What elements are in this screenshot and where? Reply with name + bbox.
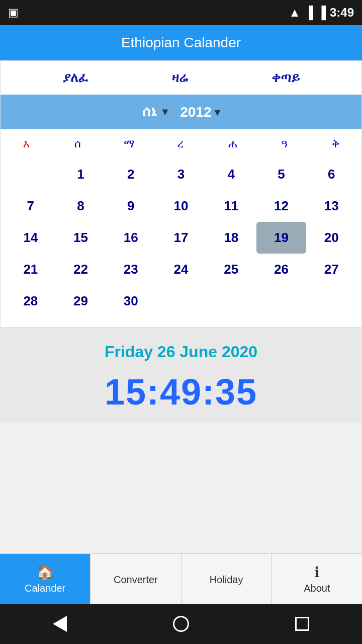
cal-day-23[interactable]: 23 bbox=[106, 254, 156, 285]
tab-holiday-label: Holiday bbox=[210, 574, 243, 586]
calendar-grid: 1234567891011121314151617181920212223242… bbox=[1, 158, 361, 327]
nav-row: ያለፈ ዛሬ ቀጣይ bbox=[1, 61, 361, 95]
year-dropdown-arrow: ▾ bbox=[215, 106, 220, 118]
cal-day-16[interactable]: 16 bbox=[106, 222, 156, 254]
month-year-row: ሰኔ ▼ 2012 ▾ bbox=[1, 95, 361, 129]
cal-day-17[interactable]: 17 bbox=[156, 222, 206, 254]
tab-calander[interactable]: 🏠 Calander bbox=[0, 554, 90, 604]
tab-about-label: About bbox=[304, 583, 330, 594]
tab-converter-label: Converter bbox=[114, 574, 158, 586]
cal-day-15[interactable]: 15 bbox=[56, 222, 106, 254]
day-header-3: ረ bbox=[155, 133, 207, 154]
recents-button[interactable] bbox=[295, 617, 309, 631]
cal-day-10[interactable]: 10 bbox=[156, 190, 206, 222]
month-selector[interactable]: ሰኔ ▼ bbox=[142, 104, 170, 120]
day-header-6: ቅ bbox=[310, 133, 361, 154]
cal-empty-cell bbox=[156, 285, 206, 317]
sd-card-icon: ▣ bbox=[8, 6, 19, 19]
day-header-5: ዓ bbox=[258, 133, 310, 154]
tab-converter[interactable]: Converter bbox=[90, 554, 180, 604]
info-icon: ℹ bbox=[314, 564, 320, 581]
cal-day-5[interactable]: 5 bbox=[256, 158, 307, 190]
cal-day-28[interactable]: 28 bbox=[6, 285, 56, 317]
month-dropdown-arrow: ▼ bbox=[160, 106, 170, 118]
cal-day-19[interactable]: 19 bbox=[256, 222, 307, 254]
app-header: Ethiopian Calander bbox=[0, 25, 362, 60]
info-section: Friday 26 June 2020 15:49:35 bbox=[0, 328, 362, 423]
status-bar: ▣ ▲ ▐ ▐ 3:49 bbox=[0, 0, 362, 25]
prev-nav[interactable]: ያለፈ bbox=[62, 70, 88, 86]
year-label: 2012 bbox=[180, 104, 211, 120]
cal-day-8[interactable]: 8 bbox=[56, 190, 106, 222]
cal-day-1[interactable]: 1 bbox=[56, 158, 106, 190]
month-label: ሰኔ bbox=[142, 104, 157, 120]
battery-icon: ▐ bbox=[317, 6, 326, 20]
cal-empty-cell bbox=[206, 285, 256, 317]
signal-icon: ▐ bbox=[305, 6, 313, 20]
cal-day-9[interactable]: 9 bbox=[106, 190, 156, 222]
back-button[interactable] bbox=[53, 616, 67, 632]
cal-day-29[interactable]: 29 bbox=[56, 285, 106, 317]
cal-day-22[interactable]: 22 bbox=[56, 254, 106, 285]
cal-day-30[interactable]: 30 bbox=[106, 285, 156, 317]
day-header-1: ሰ bbox=[52, 133, 104, 154]
cal-day-25[interactable]: 25 bbox=[206, 254, 256, 285]
home-icon: 🏠 bbox=[36, 564, 54, 581]
wifi-icon: ▲ bbox=[289, 6, 301, 20]
cal-day-3[interactable]: 3 bbox=[156, 158, 206, 190]
cal-day-27[interactable]: 27 bbox=[306, 254, 356, 285]
status-right-icons: ▲ ▐ ▐ 3:49 bbox=[289, 6, 354, 20]
day-header-0: እ bbox=[1, 133, 52, 154]
tab-about[interactable]: ℹ About bbox=[272, 554, 362, 604]
day-header-4: ሐ bbox=[207, 133, 258, 154]
days-header: እ ሰ ማ ረ ሐ ዓ ቅ bbox=[1, 129, 361, 158]
cal-day-12[interactable]: 12 bbox=[256, 190, 307, 222]
tab-calander-label: Calander bbox=[25, 583, 65, 594]
cal-empty-cell bbox=[306, 285, 356, 317]
cal-day-13[interactable]: 13 bbox=[306, 190, 356, 222]
home-button[interactable] bbox=[173, 616, 189, 632]
gregorian-date: Friday 26 June 2020 bbox=[10, 343, 352, 361]
cal-day-7[interactable]: 7 bbox=[6, 190, 56, 222]
status-time: 3:49 bbox=[330, 6, 354, 20]
cal-day-2[interactable]: 2 bbox=[106, 158, 156, 190]
day-header-2: ማ bbox=[104, 133, 155, 154]
calendar-container: ያለፈ ዛሬ ቀጣይ ሰኔ ▼ 2012 ▾ እ ሰ ማ ረ ሐ ዓ ቅ 123… bbox=[0, 60, 362, 328]
time-display: 15:49:35 bbox=[10, 371, 352, 413]
cal-empty-cell bbox=[256, 285, 307, 317]
cal-day-6[interactable]: 6 bbox=[306, 158, 356, 190]
cal-day-20[interactable]: 20 bbox=[306, 222, 356, 254]
today-nav[interactable]: ዛሬ bbox=[172, 70, 188, 86]
android-nav bbox=[0, 604, 362, 644]
app-title: Ethiopian Calander bbox=[121, 35, 241, 51]
cal-day-4[interactable]: 4 bbox=[206, 158, 256, 190]
cal-day-24[interactable]: 24 bbox=[156, 254, 206, 285]
status-left-icons: ▣ bbox=[8, 6, 19, 19]
bottom-nav: 🏠 Calander Converter Holiday ℹ About bbox=[0, 553, 362, 604]
year-selector[interactable]: 2012 ▾ bbox=[180, 104, 219, 120]
cal-empty-cell bbox=[6, 158, 56, 190]
cal-day-18[interactable]: 18 bbox=[206, 222, 256, 254]
cal-day-14[interactable]: 14 bbox=[6, 222, 56, 254]
cal-day-26[interactable]: 26 bbox=[256, 254, 307, 285]
tab-holiday[interactable]: Holiday bbox=[182, 554, 272, 604]
cal-day-11[interactable]: 11 bbox=[206, 190, 256, 222]
next-nav[interactable]: ቀጣይ bbox=[272, 70, 300, 86]
cal-day-21[interactable]: 21 bbox=[6, 254, 56, 285]
